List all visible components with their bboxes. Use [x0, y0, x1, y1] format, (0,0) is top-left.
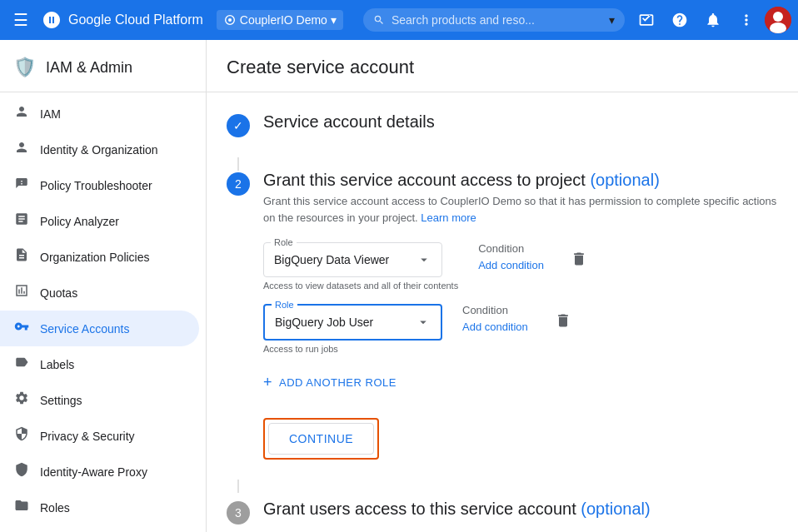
add-condition-link-2[interactable]: Add condition [462, 321, 528, 333]
iam-icon [13, 104, 30, 123]
role-value-2: BigQuery Job User [275, 316, 373, 329]
sidebar-item-identity-aware-proxy-label: Identity-Aware Proxy [40, 465, 147, 479]
project-dropdown-icon: ▾ [331, 13, 337, 27]
settings-icon [13, 390, 30, 410]
condition-label-1: Condition [478, 242, 544, 255]
sidebar-item-settings[interactable]: Settings [0, 382, 199, 418]
step2-title: Grant this service account access to pro… [263, 171, 778, 190]
add-another-role-button[interactable]: + ADD ANOTHER ROLE [263, 367, 397, 398]
role-select-2[interactable]: Role BigQuery Job User [263, 304, 442, 341]
add-condition-link-1[interactable]: Add condition [478, 259, 544, 271]
role-dropdown-2[interactable]: BigQuery Job User [265, 306, 441, 339]
add-role-label: ADD ANOTHER ROLE [279, 376, 397, 389]
step2-indicator: 2 [227, 172, 250, 196]
sidebar-title: IAM & Admin [46, 59, 132, 77]
role-hint-2: Access to run jobs [263, 344, 442, 354]
delete-icon-2 [555, 312, 571, 329]
grant-description: Grant this service account access to Cou… [263, 193, 778, 226]
policy-analyzer-icon [13, 211, 30, 231]
step3-optional: (optional) [581, 500, 650, 518]
step-connector [237, 157, 239, 171]
delete-role-1-button[interactable] [564, 244, 594, 278]
roles-icon [13, 498, 30, 517]
brand-name: Google Cloud Platform [68, 12, 203, 27]
learn-more-link[interactable]: Learn more [421, 211, 476, 224]
step1: ✓ Service account details [227, 112, 778, 137]
step1-body: Service account details [263, 112, 778, 137]
plus-icon: + [263, 374, 272, 391]
role-col-2: Role BigQuery Job User Access to run job… [263, 304, 442, 354]
hamburger-menu[interactable]: ☰ [7, 3, 35, 37]
sidebar-item-policy-troubleshooter[interactable]: Policy Troubleshooter [0, 167, 199, 203]
step-connector-2 [237, 480, 239, 493]
page-title: Create service account [227, 57, 414, 77]
continue-button[interactable]: CONTINUE [268, 423, 374, 455]
delete-role-2-button[interactable] [548, 306, 578, 340]
role-hint-1: Access to view datasets and all of their… [263, 281, 458, 291]
step2-number: 2 [235, 177, 242, 191]
search-bar[interactable]: ▾ [363, 8, 625, 32]
dropdown-arrow-2 [416, 315, 431, 330]
sidebar-item-roles-label: Roles [40, 501, 70, 515]
role-row-2: Role BigQuery Job User Access to run job… [263, 304, 778, 354]
step2-optional: (optional) [590, 171, 659, 189]
step3-title: Grant users access to this service accou… [263, 500, 778, 519]
sidebar-item-service-accounts-label: Service Accounts [40, 322, 129, 336]
sidebar-item-service-accounts[interactable]: Service Accounts [0, 311, 199, 346]
iam-shield-icon: 🛡️ [13, 57, 36, 78]
sidebar-item-identity-org[interactable]: Identity & Organization [0, 132, 199, 167]
org-policies-icon [13, 247, 30, 266]
role-dropdown-1[interactable]: BigQuery Data Viewer [264, 243, 441, 276]
content-body: ✓ Service account details 2 Gr [207, 92, 798, 532]
more-options-icon[interactable] [731, 5, 761, 35]
page-layout: 🛡️ IAM & Admin IAM Identity & Organizati… [0, 40, 798, 532]
sidebar-header: 🛡️ IAM & Admin [0, 47, 206, 88]
step2: 2 Grant this service account access to p… [227, 171, 778, 460]
role-select-1[interactable]: Role BigQuery Data Viewer [263, 242, 442, 277]
sidebar-item-labels[interactable]: Labels [0, 346, 199, 382]
sidebar-item-iam-label: IAM [40, 107, 61, 121]
identity-org-icon [13, 140, 30, 159]
service-accounts-icon [13, 319, 30, 338]
user-avatar[interactable] [765, 7, 791, 33]
sidebar-item-policy-troubleshooter-label: Policy Troubleshooter [40, 179, 152, 192]
step3-number: 3 [235, 506, 242, 520]
sidebar-item-audit-logs[interactable]: Audit Logs [0, 525, 199, 532]
project-selector[interactable]: CouplerIO Demo ▾ [217, 10, 343, 30]
step2-body: Grant this service account access to pro… [263, 171, 778, 460]
main-content: Create service account ✓ Service account… [207, 40, 798, 532]
step3-indicator: 3 [227, 501, 250, 525]
sidebar-item-org-policies-label: Organization Policies [40, 251, 150, 264]
notifications-icon[interactable] [698, 5, 728, 35]
step3: 3 Grant users access to this service acc… [227, 500, 778, 525]
sidebar: 🛡️ IAM & Admin IAM Identity & Organizati… [0, 40, 207, 532]
page-header: Create service account [207, 40, 798, 92]
sidebar-item-identity-aware-proxy[interactable]: Identity-Aware Proxy [0, 454, 199, 490]
privacy-security-icon [13, 426, 30, 445]
sidebar-item-settings-label: Settings [40, 394, 82, 407]
sidebar-item-iam[interactable]: IAM [0, 96, 199, 132]
identity-aware-proxy-icon [13, 462, 30, 481]
help-icon[interactable] [665, 5, 695, 35]
sidebar-item-roles[interactable]: Roles [0, 490, 199, 525]
search-input[interactable] [392, 13, 602, 27]
sidebar-item-org-policies[interactable]: Organization Policies [0, 239, 199, 275]
sidebar-item-labels-label: Labels [40, 358, 74, 371]
sidebar-item-privacy-security[interactable]: Privacy & Security [0, 418, 199, 454]
step3-body: Grant users access to this service accou… [263, 500, 778, 525]
sidebar-item-identity-org-label: Identity & Organization [40, 143, 158, 157]
brand-logo: Google Cloud Platform [42, 10, 203, 30]
policy-troubleshooter-icon [13, 176, 30, 195]
sidebar-item-privacy-security-label: Privacy & Security [40, 430, 135, 443]
condition-col-1: Condition Add condition [478, 242, 544, 271]
sidebar-item-policy-analyzer[interactable]: Policy Analyzer [0, 203, 199, 239]
svg-point-3 [773, 12, 783, 22]
quotas-icon [13, 283, 30, 302]
continue-button-wrapper: CONTINUE [263, 418, 379, 460]
labels-icon [13, 355, 30, 374]
step1-title: Service account details [263, 112, 778, 132]
role-label-2: Role [272, 300, 297, 310]
cloud-shell-icon[interactable] [631, 5, 661, 35]
sidebar-item-quotas[interactable]: Quotas [0, 275, 199, 311]
search-expand-icon: ▾ [609, 13, 615, 27]
